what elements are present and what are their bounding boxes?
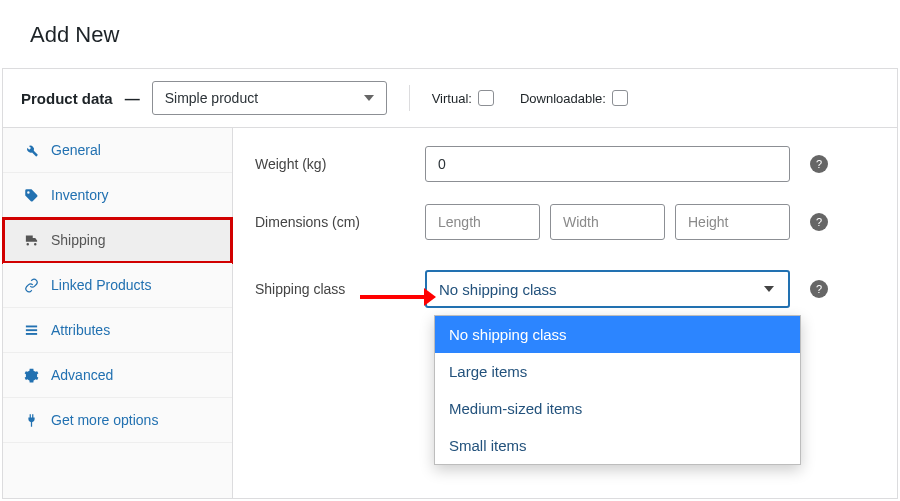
product-data-label: Product data — [21, 90, 113, 107]
tag-icon — [23, 188, 39, 203]
tab-label: Linked Products — [51, 277, 151, 293]
tab-shipping[interactable]: Shipping — [3, 218, 232, 263]
product-data-header: Product data — Simple product Virtual: D… — [3, 69, 897, 128]
svg-rect-0 — [25, 325, 36, 327]
truck-icon — [23, 233, 39, 248]
shipping-class-label: Shipping class — [255, 281, 425, 297]
tab-label: Advanced — [51, 367, 113, 383]
height-input[interactable] — [675, 204, 790, 240]
length-input[interactable] — [425, 204, 540, 240]
tab-inventory[interactable]: Inventory — [3, 173, 232, 218]
svg-rect-1 — [25, 329, 36, 331]
dropdown-option-large-items[interactable]: Large items — [435, 353, 800, 390]
dropdown-option-medium-sized-items[interactable]: Medium-sized items — [435, 390, 800, 427]
tab-label: General — [51, 142, 101, 158]
tab-attributes[interactable]: Attributes — [3, 308, 232, 353]
gear-icon — [23, 368, 39, 383]
separator — [409, 85, 410, 111]
weight-input[interactable] — [425, 146, 790, 182]
dash: — — [125, 90, 140, 107]
chevron-down-icon — [364, 95, 374, 101]
help-icon[interactable]: ? — [810, 280, 828, 298]
tab-more-options[interactable]: Get more options — [3, 398, 232, 443]
virtual-checkbox[interactable] — [478, 90, 494, 106]
chevron-down-icon — [764, 286, 774, 292]
downloadable-checkbox[interactable] — [612, 90, 628, 106]
dropdown-option-no-shipping-class[interactable]: No shipping class — [435, 316, 800, 353]
tab-label: Shipping — [51, 232, 106, 248]
width-input[interactable] — [550, 204, 665, 240]
tab-label: Inventory — [51, 187, 109, 203]
weight-label: Weight (kg) — [255, 156, 425, 172]
link-icon — [23, 278, 39, 293]
product-type-value: Simple product — [165, 90, 258, 106]
shipping-class-select[interactable]: No shipping class — [425, 270, 790, 308]
downloadable-label: Downloadable: — [520, 91, 606, 106]
tab-advanced[interactable]: Advanced — [3, 353, 232, 398]
page-title: Add New — [0, 0, 900, 68]
help-icon[interactable]: ? — [810, 155, 828, 173]
svg-rect-2 — [25, 333, 36, 335]
plug-icon — [23, 413, 39, 428]
tab-label: Attributes — [51, 322, 110, 338]
tab-general[interactable]: General — [3, 128, 232, 173]
list-icon — [23, 323, 39, 338]
product-tabs: General Inventory Shipping — [3, 128, 233, 498]
shipping-class-dropdown: No shipping class Large items Medium-siz… — [434, 315, 801, 465]
product-type-select[interactable]: Simple product — [152, 81, 387, 115]
dropdown-option-small-items[interactable]: Small items — [435, 427, 800, 464]
shipping-class-value: No shipping class — [439, 281, 557, 298]
wrench-icon — [23, 143, 39, 158]
help-icon[interactable]: ? — [810, 213, 828, 231]
tab-linked-products[interactable]: Linked Products — [3, 263, 232, 308]
tab-label: Get more options — [51, 412, 158, 428]
virtual-label: Virtual: — [432, 91, 472, 106]
dimensions-label: Dimensions (cm) — [255, 214, 425, 230]
